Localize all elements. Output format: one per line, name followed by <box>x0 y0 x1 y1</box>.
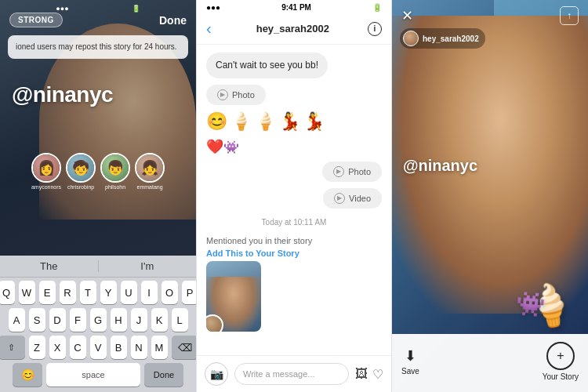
panel-messages: ●●● 9:41 PM 🔋 ‹ hey_sarah2002 i Can't wa… <box>196 0 392 392</box>
key-shift[interactable]: ⇧ <box>0 336 25 359</box>
key-b[interactable]: B <box>111 336 127 359</box>
avatar-label-2: chrisrobinp <box>67 184 94 190</box>
key-row-3: ⇧ Z X C V B N M ⌫ <box>2 336 194 359</box>
share-button[interactable]: ↑ <box>560 6 579 25</box>
avatar-item-2[interactable]: 🧒 chrisrobinp <box>66 153 96 190</box>
keyboard-rows: Q W E R T Y U I O P A S D F G H J K <box>0 278 196 392</box>
heart-icon[interactable]: ♡ <box>372 367 383 382</box>
media-button-sent-photo[interactable]: ▶ Photo <box>322 162 382 182</box>
your-story-circle: + <box>546 342 575 370</box>
key-h[interactable]: H <box>111 308 127 332</box>
your-story-button[interactable]: + Your Story <box>543 342 579 381</box>
key-k[interactable]: K <box>151 308 168 332</box>
avatar-item-1[interactable]: 👩 amyconnors <box>31 153 61 190</box>
key-x[interactable]: X <box>49 336 66 359</box>
conversation-username: hey_sarah2002 <box>218 23 368 34</box>
sticker-monster[interactable]: 👾 <box>515 289 546 318</box>
media-label-photo: Photo <box>232 90 255 100</box>
key-e[interactable]: E <box>39 281 56 304</box>
avatar-item-4[interactable]: 👧 emmatang <box>135 153 165 190</box>
emoji-dancer2: 💃 <box>303 111 325 132</box>
close-button[interactable]: ✕ <box>401 7 413 24</box>
save-button[interactable]: ⬇ Save <box>401 347 419 376</box>
share-icon: ↑ <box>567 10 572 21</box>
status-time-p2: 9:41 PM <box>281 3 311 12</box>
info-button[interactable]: i <box>368 22 382 36</box>
story-user-pill: hey_sarah2002 <box>400 28 485 49</box>
avatar-item-3[interactable]: 👦 philsohn <box>100 153 130 190</box>
key-emoji[interactable]: 😊 <box>13 363 42 387</box>
key-z[interactable]: Z <box>29 336 45 359</box>
autocomplete-word-1[interactable]: The <box>0 260 99 272</box>
key-v[interactable]: V <box>90 336 107 359</box>
camera-icon: 📷 <box>210 368 223 380</box>
key-space[interactable]: space <box>46 363 140 387</box>
key-q[interactable]: Q <box>0 281 15 304</box>
add-to-story-link[interactable]: Add This to Your Story <box>206 249 312 258</box>
avatar-label-3: philsohn <box>105 184 125 190</box>
key-d[interactable]: D <box>49 308 66 332</box>
camera-button[interactable]: 📷 <box>205 362 228 386</box>
mention-story-preview[interactable] <box>206 261 261 332</box>
media-label-sent-photo: Photo <box>348 167 371 176</box>
key-y[interactable]: Y <box>100 281 117 304</box>
message-placeholder: Write a message... <box>243 369 315 379</box>
status-battery-p2: 🔋 <box>372 3 382 12</box>
key-row-1: Q W E R T Y U I O P <box>2 281 194 304</box>
autocomplete-word-2[interactable]: I'm <box>99 260 197 272</box>
photo-icon-sent: ▶ <box>333 166 344 177</box>
media-label-sent-video: Video <box>349 194 371 203</box>
mention-banner: ioned users may repost this story for 24… <box>8 35 188 59</box>
status-signal: ●●● <box>56 5 68 13</box>
key-g[interactable]: G <box>90 308 107 332</box>
key-p[interactable]: P <box>182 281 197 304</box>
panel3-top-bar: ✕ ↑ <box>392 0 588 31</box>
back-button[interactable]: ‹ <box>206 20 212 38</box>
key-w[interactable]: W <box>19 281 35 304</box>
avatar-circle-4: 👧 <box>135 153 165 183</box>
key-l[interactable]: L <box>172 308 188 332</box>
key-r[interactable]: R <box>60 281 76 304</box>
media-button-received-photo[interactable]: ▶ Photo <box>206 85 266 105</box>
avatar-face-3: 👦 <box>102 154 129 181</box>
story-mention-overlay: @ninanyc <box>403 157 477 175</box>
avatar-face-2: 🧒 <box>67 154 94 181</box>
story-username: hey_sarah2002 <box>423 34 479 43</box>
key-u[interactable]: U <box>121 281 137 304</box>
save-icon: ⬇ <box>405 347 416 365</box>
mention-notification-text: Mentioned you in their story <box>206 236 312 245</box>
key-m[interactable]: M <box>151 336 168 359</box>
avatar-label-4: emmatang <box>137 184 163 190</box>
key-j[interactable]: J <box>131 308 147 332</box>
message-header: ‹ hey_sarah2002 i <box>197 13 391 45</box>
key-delete[interactable]: ⌫ <box>172 336 197 359</box>
status-bar: ●●● 9:41 PM 🔋 <box>197 0 391 13</box>
key-row-2: A S D F G H J K L <box>2 308 194 332</box>
key-f[interactable]: F <box>70 308 86 332</box>
key-t[interactable]: T <box>80 281 96 304</box>
your-story-label: Your Story <box>543 372 579 381</box>
key-done[interactable]: Done <box>144 363 183 387</box>
key-i[interactable]: I <box>141 281 158 304</box>
input-right-icons: 🖼 ♡ <box>355 367 383 382</box>
keyboard: The I'm Q W E R T Y U I O P A S D F <box>0 256 196 392</box>
avatar-circle-1: 👩 <box>31 153 61 183</box>
key-o[interactable]: O <box>162 281 178 304</box>
avatar-circle-2: 🧒 <box>66 153 96 183</box>
heart-message: ❤️👾 <box>206 138 239 155</box>
key-c[interactable]: C <box>70 336 86 359</box>
emoji-icecream2: 🍦 <box>255 111 276 132</box>
key-n[interactable]: N <box>131 336 147 359</box>
avatar-face-1: 👩 <box>33 154 60 181</box>
messages-list: Can't wait to see you bb! ▶ Photo 😊 🍦 🍦 … <box>197 45 391 355</box>
done-button[interactable]: Done <box>159 14 187 27</box>
key-row-4: 😊 space Done <box>2 363 194 387</box>
message-input[interactable]: Write a message... <box>234 363 349 385</box>
gallery-icon[interactable]: 🖼 <box>355 367 368 381</box>
media-button-sent-video[interactable]: ▶ Video <box>323 188 382 209</box>
key-s[interactable]: S <box>29 308 45 332</box>
key-a[interactable]: A <box>9 308 25 332</box>
video-icon-sent: ▶ <box>334 193 345 204</box>
mention-notification: Mentioned you in their story Add This to… <box>206 236 312 332</box>
emoji-dancer: 💃 <box>279 111 300 132</box>
